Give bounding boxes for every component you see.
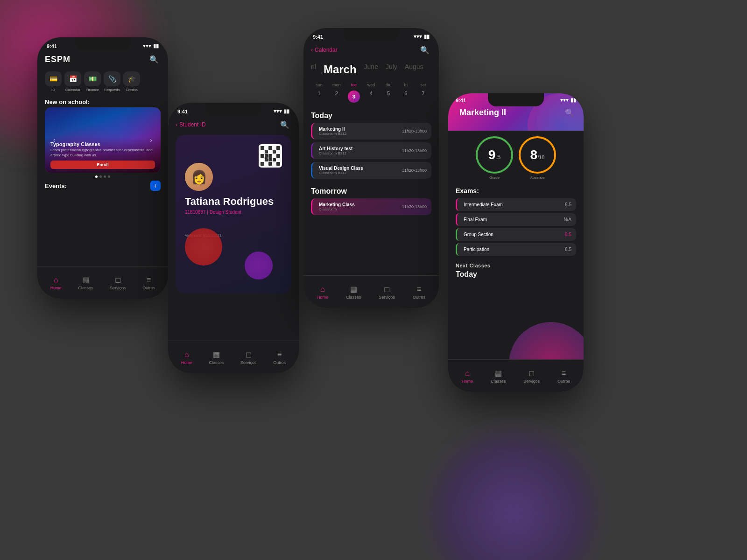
- exam-name-final: Final Exam: [464, 217, 487, 222]
- prev-banner-button[interactable]: ‹: [53, 136, 56, 144]
- exam-participation[interactable]: Participation 8.5: [456, 243, 576, 256]
- dot-3: [104, 175, 106, 178]
- back-button-3[interactable]: ‹ Calendar: [311, 47, 338, 53]
- add-event-button[interactable]: +: [150, 181, 161, 191]
- requests-icon: 📎: [104, 71, 120, 86]
- today-section: Today Marketing II Classroom B312 11h20-…: [303, 108, 439, 183]
- exam-grade-participation: 8.5: [565, 247, 571, 252]
- quick-icons-row: 💳 ID 📅 Calendar 💵 Finance 📎 Requests 🎓 C…: [37, 70, 168, 96]
- calendar-icon: 📅: [64, 71, 81, 86]
- class-marketing-tomorrow[interactable]: Marketing Class Classroom 11h20-13h00: [311, 198, 431, 215]
- class-name-marketing: Marketing II: [319, 126, 346, 132]
- back-button-4[interactable]: ‹ Marketing II: [456, 108, 506, 118]
- finance-icon: 💵: [84, 71, 101, 86]
- nav-classes-label-1: Classes: [78, 286, 93, 290]
- home-icon-2: ⌂: [182, 350, 191, 359]
- back-chevron-2: ‹: [176, 121, 177, 128]
- class-time-marketing-tmr: 11h20-13h00: [402, 204, 427, 209]
- banner-card[interactable]: ‹ › Typography Classes Learn professiona…: [45, 107, 161, 173]
- home-icon-4: ⌂: [463, 369, 472, 378]
- nav-outros-4[interactable]: ≡ Outros: [557, 369, 570, 384]
- nav-classes-2[interactable]: ▦ Classes: [209, 350, 224, 365]
- bg-blob-purple: [420, 420, 607, 560]
- class-name-art: Art History test: [319, 146, 352, 151]
- calendar-grid: sun mon tue wed thu fri sat 1 2 3 4 5 6 …: [303, 79, 439, 108]
- next-classes-today: Today: [448, 269, 584, 280]
- notch-1: [75, 37, 131, 50]
- exam-name-intermediate: Intermediate Exam: [464, 202, 503, 207]
- next-banner-button[interactable]: ›: [150, 136, 152, 144]
- phone-calendar: 9:41 ▾▾▾ ▮▮ ‹ Calendar 🔍 ril March June …: [303, 28, 439, 308]
- grade-circle: 9 .5: [476, 136, 513, 174]
- quick-calendar[interactable]: 📅 Calendar: [64, 71, 81, 92]
- outros-icon-3: ≡: [414, 285, 423, 294]
- nav-home-4[interactable]: ⌂ Home: [462, 369, 473, 384]
- id-icon: 💳: [45, 71, 62, 86]
- time-1: 9:41: [47, 43, 57, 49]
- nav-home-2[interactable]: ⌂ Home: [181, 350, 192, 365]
- cal-wed: wed: [363, 82, 379, 88]
- quick-finance[interactable]: 💵 Finance: [84, 71, 101, 92]
- back-button-2[interactable]: ‹ Student ID: [176, 121, 206, 128]
- bottom-nav-2: ⌂ Home ▦ Classes ◻ Serviços ≡ Outros: [168, 341, 299, 373]
- search-button-2[interactable]: 🔍: [278, 118, 291, 131]
- quick-credits[interactable]: 🎓 Credits: [123, 71, 140, 92]
- banner-description: Learn professional typographic practices…: [50, 148, 155, 158]
- nav-services-2[interactable]: ◻ Serviços: [240, 350, 257, 365]
- nav-classes-4[interactable]: ▦ Classes: [491, 369, 506, 384]
- quick-requests[interactable]: 📎 Requests: [104, 71, 120, 92]
- cal-day-7[interactable]: 7: [415, 88, 431, 105]
- cal-day-1[interactable]: 1: [311, 88, 327, 105]
- nav-outros-label-2: Outros: [273, 360, 286, 365]
- nav-outros-3[interactable]: ≡ Outros: [413, 285, 425, 300]
- battery-icon-2: ▮▮: [284, 108, 289, 114]
- wifi-icon-1: ▾▾▾: [143, 43, 151, 49]
- cal-day-4[interactable]: 4: [363, 88, 379, 105]
- search-button-3[interactable]: 🔍: [418, 43, 431, 56]
- class-art-history[interactable]: Art History test Classroom B312 11h20-13…: [311, 142, 431, 159]
- nav-outros-2[interactable]: ≡ Outros: [273, 350, 286, 365]
- carousel-dots: [37, 175, 168, 178]
- nav-home-1[interactable]: ⌂ Home: [50, 275, 62, 290]
- nav-classes-1[interactable]: ▦ Classes: [78, 275, 93, 290]
- exam-intermediate[interactable]: Intermediate Exam 8.5: [456, 198, 576, 211]
- search-button-1[interactable]: 🔍: [148, 53, 161, 66]
- exam-final[interactable]: Final Exam N/A: [456, 213, 576, 226]
- nav-services-3[interactable]: ◻ Serviços: [379, 285, 395, 300]
- month-march[interactable]: March: [324, 62, 357, 77]
- nav-classes-3[interactable]: ▦ Classes: [346, 285, 361, 300]
- outros-icon-4: ≡: [559, 369, 568, 378]
- new-on-school-title: New on school:: [37, 96, 168, 107]
- id-label: ID: [51, 88, 55, 92]
- dot-4: [108, 175, 110, 178]
- cal-day-3[interactable]: 3: [345, 88, 362, 105]
- exam-name-group: Group Section: [464, 232, 493, 237]
- credits-label: Credits: [126, 88, 137, 92]
- class-room-visual: Classroom B312: [319, 171, 363, 175]
- services-icon-1: ◻: [113, 275, 122, 285]
- nav-home-3[interactable]: ⌂ Home: [317, 285, 328, 300]
- nav-services-4[interactable]: ◻ Serviços: [523, 369, 540, 384]
- class-time-art: 11h20-13h00: [402, 148, 427, 153]
- class-marketing-ii[interactable]: Marketing II Classroom B312 11h20-13h00: [311, 123, 431, 140]
- requests-label: Requests: [104, 88, 120, 92]
- exams-section: Exams: Intermediate Exam 8.5 Final Exam …: [448, 185, 584, 260]
- nav-services-1[interactable]: ◻ Serviços: [110, 275, 126, 290]
- nav-outros-1[interactable]: ≡ Outros: [142, 275, 155, 290]
- cal-tue: tue: [345, 82, 362, 88]
- exam-group-section[interactable]: Group Section 8.5: [456, 228, 576, 241]
- cal-day-6[interactable]: 6: [398, 88, 414, 105]
- calendar-label: Calendar: [65, 88, 80, 92]
- enroll-button[interactable]: Enroll: [50, 161, 155, 169]
- nav-home-label-3: Home: [317, 295, 328, 300]
- class-visual-design[interactable]: Visual Design Class Classroom B312 11h20…: [311, 162, 431, 179]
- tomorrow-section: Tomorrow Marketing Class Classroom 11h20…: [303, 183, 439, 220]
- cal-day-5[interactable]: 5: [381, 88, 397, 105]
- finance-label: Finance: [86, 88, 99, 92]
- cal-header-row: sun mon tue wed thu fri sat: [311, 82, 431, 88]
- grade-decimal: .5: [495, 154, 500, 161]
- cal-day-2[interactable]: 2: [328, 88, 345, 105]
- quick-id[interactable]: 💳 ID: [45, 71, 62, 92]
- phone-home: 9:41 ▾▾▾ ▮▮ ESPM 🔍 💳 ID 📅 Calendar 💵 Fi: [37, 37, 168, 299]
- qr-code: [259, 144, 282, 168]
